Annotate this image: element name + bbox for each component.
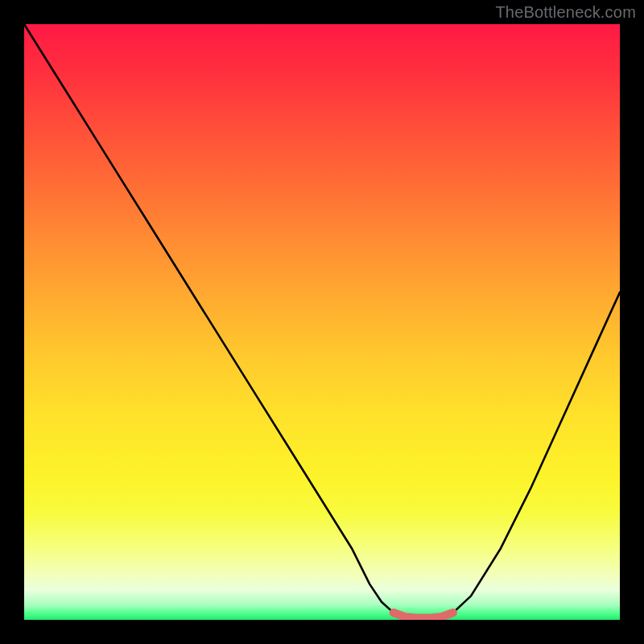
- chart-svg: [24, 24, 620, 620]
- chart-container: TheBottleneck.com: [0, 0, 644, 644]
- watermark: TheBottleneck.com: [495, 3, 636, 22]
- bottleneck-curve: [24, 24, 620, 618]
- optimal-zone-marker: [394, 613, 453, 618]
- plot-area: [24, 24, 620, 620]
